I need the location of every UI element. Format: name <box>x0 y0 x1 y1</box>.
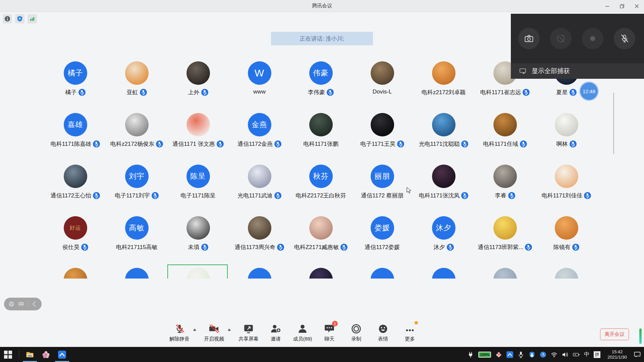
speaker-icon[interactable] <box>562 351 569 358</box>
start-button[interactable] <box>0 347 16 362</box>
participant-tile-partial[interactable] <box>45 268 106 279</box>
chevron-left-icon[interactable] <box>31 301 38 307</box>
participant-tile[interactable]: 陈呈电子1171陈呈 <box>167 165 229 216</box>
participant-tile[interactable]: 上外 <box>167 61 229 113</box>
toolbar-chat-button[interactable]: 1聊天 <box>320 323 339 342</box>
mic-muted-capture-button[interactable] <box>614 28 635 49</box>
participant-tile-partial[interactable] <box>167 268 229 279</box>
participant-tile[interactable]: 电科z2172杨俊东 <box>106 113 167 165</box>
participant-name: 电子1171刘宇 <box>115 192 150 199</box>
participant-tile[interactable]: 电科1171任域 <box>474 113 536 165</box>
participant-tile-partial[interactable] <box>474 268 536 279</box>
participant-tile[interactable]: 电子1171王昊 <box>352 113 413 165</box>
participant-tile[interactable]: 通信1173周兴奇 <box>229 216 290 268</box>
capture-buttons <box>511 14 644 63</box>
participant-tile-partial[interactable] <box>536 268 597 279</box>
action-center-icon[interactable] <box>634 351 641 358</box>
participant-tile[interactable]: 橘子橘子 <box>45 61 106 113</box>
participant-tile[interactable]: 电科1171张鹏 <box>290 113 352 165</box>
toolbar-share-screen-button[interactable]: 共享屏幕 <box>238 323 259 342</box>
toolbar-members-button[interactable]: 成员(89) <box>293 323 312 342</box>
participant-tile[interactable]: 光电1171武迪 <box>229 165 290 216</box>
leave-meeting-button[interactable]: 离开会议 <box>600 328 629 340</box>
toolbar-mic-off-button[interactable]: 解除静音 <box>169 323 190 342</box>
toolbar-camera-off-button[interactable]: 开启视频 <box>204 323 224 342</box>
power-plug-icon[interactable] <box>467 351 474 358</box>
unread-badge: 1 <box>332 321 338 326</box>
participant-tile[interactable]: 刘宇电子1171刘宇 <box>106 165 167 216</box>
grid-scrollbar[interactable] <box>613 93 614 154</box>
tray-mic-icon[interactable] <box>518 351 524 358</box>
record-dot-capture-button[interactable] <box>582 28 603 49</box>
participant-tile[interactable]: 娄媛通信1172娄媛 <box>352 216 413 268</box>
participant-tile-partial[interactable] <box>352 268 413 279</box>
tray-meeting-icon[interactable] <box>506 351 513 358</box>
tray-flower-icon[interactable] <box>495 351 502 358</box>
caret-up-icon[interactable] <box>193 326 197 333</box>
time-bubble[interactable]: 12:48 <box>579 81 599 101</box>
participant-tile[interactable]: 电科Z2171臧惠敏 <box>290 216 352 268</box>
participant-tile[interactable]: 嘉雄电科1171陈嘉雄 <box>45 113 106 165</box>
battery-status[interactable]: 100% <box>478 352 491 358</box>
participant-tile[interactable]: 亚虹 <box>106 61 167 113</box>
minimize-button[interactable] <box>600 0 614 12</box>
restore-button[interactable] <box>614 0 629 12</box>
edge-scrollbar[interactable] <box>639 328 642 344</box>
toolbar-label: 解除静音 <box>169 336 190 342</box>
participant-tile[interactable]: 光电1171沈聪聪 <box>413 113 474 165</box>
participant-tile[interactable]: 秋芬电科Z2172王白秋芬 <box>290 165 352 216</box>
toolbar-record-button[interactable]: 录制 <box>346 323 366 342</box>
participant-tile[interactable]: 电科1171刘佳佳 <box>536 165 597 216</box>
participant-tile[interactable]: 金燕通信1172金燕 <box>229 113 290 165</box>
emoji-icon[interactable] <box>8 301 15 307</box>
participant-tile[interactable]: Wwww <box>229 61 290 113</box>
participant-tile[interactable]: 电科z2172刘卓颖 <box>413 61 474 113</box>
participant-tile[interactable]: 陈镜有 <box>536 216 597 268</box>
participant-tile[interactable]: 通信1172王心怡 <box>45 165 106 216</box>
flower-app-button[interactable] <box>38 347 54 362</box>
participant-tile[interactable]: 李睿 <box>474 165 536 216</box>
wifi-icon[interactable] <box>551 351 557 358</box>
reaction-pill[interactable] <box>4 298 42 310</box>
participant-tile-partial[interactable] <box>290 268 352 279</box>
capture-footer[interactable]: 显示全部捕获 <box>511 63 644 79</box>
camera-capture-button[interactable] <box>518 28 540 49</box>
tray-clock-icon[interactable] <box>540 351 546 358</box>
mic-muted-badge-icon <box>397 140 404 147</box>
toolbar-emoji-button[interactable]: 表情 <box>373 323 393 342</box>
battery-plug-icon[interactable] <box>573 351 580 358</box>
chat-icon[interactable] <box>18 301 24 307</box>
record-last-capture-button[interactable] <box>550 28 572 49</box>
participant-name: 电科z2172杨俊东 <box>110 140 154 148</box>
participant-tile-partial[interactable] <box>413 268 474 279</box>
network-signal-icon[interactable] <box>28 14 37 23</box>
toolbar-invite-button[interactable]: 邀请 <box>266 323 285 342</box>
mic-muted-badge-icon <box>520 140 527 147</box>
tray-shield-icon[interactable] <box>529 351 535 358</box>
participant-avatar <box>125 113 149 136</box>
participant-tile[interactable]: Dovis-L <box>352 61 413 113</box>
ime-language[interactable]: 中 <box>584 351 589 358</box>
participant-tile[interactable]: 高敏电科217115高敏 <box>106 216 167 268</box>
participant-tile[interactable]: 伟豪李伟豪 <box>290 61 352 113</box>
security-shield-icon[interactable] <box>15 14 24 23</box>
participant-tile[interactable]: 丽朋通信1172 蔡丽朋 <box>352 165 413 216</box>
toolbar-more-button[interactable]: 更多 <box>400 323 420 342</box>
participant-avatar <box>493 165 517 188</box>
participant-tile[interactable]: 通信1173班郭紫... <box>474 216 536 268</box>
participant-tile[interactable]: 电科1171张沈凤 <box>413 165 474 216</box>
participant-tile[interactable]: 未填 <box>167 216 229 268</box>
participant-tile[interactable]: 沐夕沐夕 <box>413 216 474 268</box>
close-button[interactable] <box>629 0 644 12</box>
caret-up-icon[interactable] <box>227 326 231 333</box>
ime-pinyin[interactable]: 拼 <box>594 351 600 358</box>
participant-tile[interactable]: 啊林 <box>536 113 597 165</box>
participant-tile[interactable]: 通信1171 张文惠 <box>167 113 229 165</box>
participant-tile-partial[interactable] <box>106 268 167 279</box>
taskbar-clock[interactable]: 15:42 2021/1/30 <box>605 349 630 360</box>
meeting-app-button[interactable] <box>54 347 70 362</box>
participant-tile-partial[interactable] <box>229 268 290 279</box>
file-explorer-button[interactable] <box>22 347 38 362</box>
info-icon[interactable] <box>3 14 12 23</box>
participant-tile[interactable]: 好运侯仕昊 <box>45 216 106 268</box>
